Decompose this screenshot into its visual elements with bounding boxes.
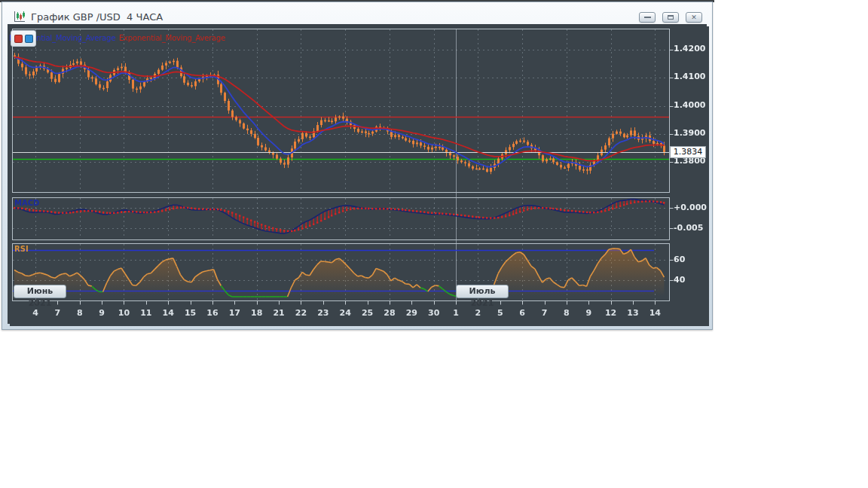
legend-ema-red-label: Exponential_Moving_Average	[119, 34, 225, 42]
desktop: График GBP /USD 4 ЧАСА ✕ Exponential_Mov…	[0, 0, 868, 488]
chart-app-icon	[13, 10, 26, 23]
close-icon: ✕	[691, 14, 697, 21]
close-button[interactable]: ✕	[686, 12, 702, 23]
window-title: График GBP /USD 4 ЧАСА	[31, 11, 163, 23]
current-price-value: 1.3834	[674, 147, 703, 157]
chart-canvas[interactable]	[8, 24, 707, 324]
current-price-box: 1.3834	[670, 146, 706, 158]
indicator-buttons-panel	[11, 30, 36, 47]
minimize-button[interactable]	[639, 12, 656, 23]
maximize-button[interactable]	[662, 12, 679, 23]
title-bar[interactable]: График GBP /USD 4 ЧАСА ✕	[4, 4, 715, 26]
minimize-icon	[644, 17, 651, 18]
macd-panel-label: MACD	[14, 199, 39, 207]
blue-indicator-button[interactable]	[25, 35, 33, 43]
maximize-icon	[668, 15, 674, 20]
red-indicator-button[interactable]	[14, 35, 23, 43]
rsi-panel-label: RSI	[14, 245, 29, 253]
